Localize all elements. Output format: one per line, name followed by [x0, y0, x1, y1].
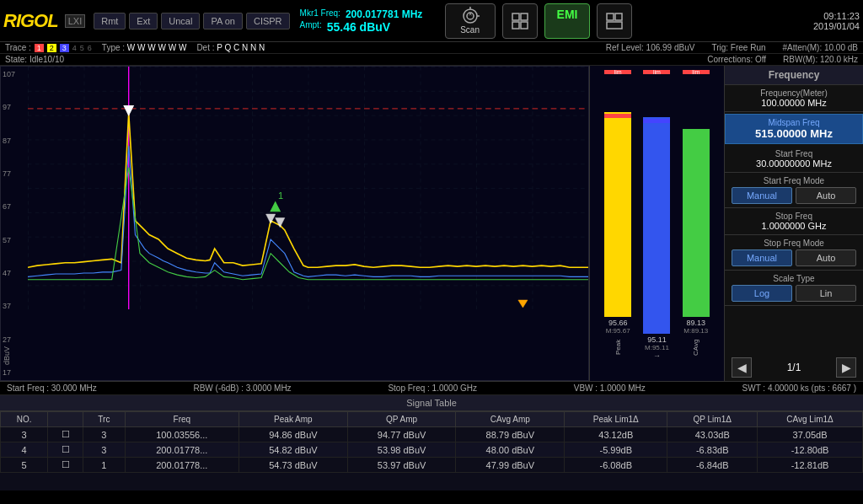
emi-label: EMI [557, 8, 578, 21]
table-row: 4☐3200.01778...54.82 dBuV53.98 dBuV48.00… [1, 442, 863, 458]
cell-5: 53.98 dBuV [347, 442, 456, 458]
cell-5: 94.77 dBuV [347, 427, 456, 442]
panel-nav: ◀ 1/1 ▶ [725, 354, 863, 381]
mkr-ampt-value: 55.46 dBuV [327, 20, 390, 34]
cell-9: -12.80dB [758, 442, 863, 458]
trace-6: 6 [88, 44, 92, 52]
stop-freq-value: 1.0000000 GHz [732, 221, 856, 231]
nav-prev[interactable]: ◀ [732, 357, 752, 378]
y-87: 87 [3, 137, 26, 145]
rbw-info: RBW(M): 120.0 kHz [783, 55, 858, 64]
scan-icon [461, 7, 480, 25]
scale-label: Scale Type [732, 274, 856, 283]
mode-paon[interactable]: PA on [203, 13, 243, 29]
emi-button[interactable]: EMI [544, 3, 591, 39]
mkr-ampt-label: Ampt: [300, 20, 322, 34]
type-label: Type : [102, 43, 127, 52]
type-vals: W W W W W W [127, 43, 187, 52]
bar1-peak-label: Peak [614, 335, 622, 360]
cell-4: 94.86 dBuV [239, 427, 348, 442]
stop-mode-label: Stop Freq Mode [732, 239, 856, 248]
mode-ext[interactable]: Ext [129, 13, 158, 29]
y-107: 107 [3, 70, 26, 78]
bar3-cavg-label: CAvg [692, 335, 700, 360]
trace-1: 1 [35, 44, 44, 52]
det-row: Det : P Q C N N N [196, 43, 265, 52]
scale-section: Scale Type Log Lin [725, 271, 863, 306]
corrections: Corrections: Off [707, 55, 766, 64]
marker-info: Mkr1 Freq: 200.017781 MHz Ampt: 55.46 dB… [300, 8, 435, 34]
col-cavg-lim: CAvg Lim1Δ [758, 412, 863, 427]
table-row: 5☐1200.01778...54.73 dBuV53.97 dBuV47.99… [1, 458, 863, 473]
mode-cispr[interactable]: CISPR [246, 13, 290, 29]
rbw-footer: RBW (-6dB) : 3.0000 MHz [193, 383, 291, 393]
ref-level: Ref Level: 106.99 dBuV [606, 43, 695, 52]
scale-log[interactable]: Log [732, 285, 792, 302]
mode-uncal[interactable]: Uncal [161, 13, 200, 29]
layout-btn[interactable] [597, 3, 632, 39]
start-mode-buttons: Manual Auto [732, 187, 856, 204]
trace-3: 3 [60, 44, 69, 52]
grid-display-btn[interactable] [502, 3, 538, 39]
scan-button[interactable]: Scan [445, 3, 496, 39]
stop-mode-manual[interactable]: Manual [732, 249, 792, 266]
cell-2: 3 [83, 427, 125, 442]
trig-info: Trig: Free Run [711, 43, 765, 52]
nav-next[interactable]: ▶ [836, 357, 856, 378]
y-27: 27 [3, 335, 26, 344]
cell-0: 3 [1, 427, 48, 442]
chart-svg: 1 [28, 67, 588, 309]
cell-4: 54.82 dBuV [239, 442, 348, 458]
y-77: 77 [3, 169, 26, 178]
y-axis: 107 97 87 77 67 57 47 37 27 17 [1, 67, 28, 380]
midspan-section: Midspan Freq 515.00000 MHz [725, 114, 863, 144]
stop-mode-auto[interactable]: Auto [796, 249, 856, 266]
midspan-value: 515.00000 MHz [732, 127, 855, 140]
signal-table-container: Signal Table NO. Trc Freq Peak Amp QP Am… [0, 395, 863, 491]
det-label: Det : [196, 43, 217, 52]
table-header-row: NO. Trc Freq Peak Amp QP Amp CAvg Amp Pe… [1, 412, 863, 427]
bar2-mval: M:95.11 [645, 344, 669, 351]
start-mode-auto[interactable]: Auto [796, 187, 856, 204]
trace-info: Trace : 1 2 3 4 5 6 Type : W W W W W W D… [5, 43, 265, 52]
bar1-mval: M:95.67 [606, 327, 630, 335]
col-trc: Trc [83, 412, 125, 427]
bar-chart-container: lim 95.66 M:95.67 Peak lim 95.11 [590, 66, 724, 381]
atten-info: #Atten(M): 10.00 dB [783, 43, 859, 52]
start-mode-manual[interactable]: Manual [732, 187, 792, 204]
time-display: 09:11:23 [823, 11, 860, 21]
svg-rect-4 [512, 13, 519, 20]
top-bar: RIGOL LXI Rmt Ext Uncal PA on CISPR Mkr1… [0, 0, 863, 42]
freq-footer: Start Freq : 30.000 MHz RBW (-6dB) : 3.0… [0, 382, 863, 395]
stop-freq-footer: Stop Freq : 1.0000 GHz [388, 383, 477, 393]
start-freq-footer: Start Freq : 30.000 MHz [7, 383, 97, 393]
cell-7: -5.99dB [565, 442, 667, 458]
state-info: State: Idle10/10 [5, 55, 64, 64]
bar2-arrow: → [653, 351, 661, 360]
cell-4: 54.73 dBuV [239, 458, 348, 473]
scale-lin[interactable]: Lin [796, 285, 856, 302]
bar1-fill [604, 112, 631, 317]
svg-point-0 [464, 9, 477, 23]
layout-icon [605, 12, 624, 30]
frequency-meter-section: Frequency(Meter) 100.00000 MHz [725, 85, 863, 112]
table-header: NO. Trc Freq Peak Amp QP Amp CAvg Amp Pe… [1, 412, 863, 427]
y-47: 47 [3, 269, 26, 277]
start-freq-label: Start Freq [732, 149, 856, 158]
vbw-footer: VBW : 1.0000 MHz [574, 383, 646, 393]
frequency-title: Frequency [769, 69, 820, 81]
col-freq: Freq [125, 412, 239, 427]
scan-label: Scan [460, 25, 480, 35]
main-area: 107 97 87 77 67 57 47 37 27 17 dBuV [0, 66, 863, 381]
bar1-lim-label: lim [604, 70, 631, 74]
mode-rmt[interactable]: Rmt [94, 13, 126, 29]
cell-7: -6.08dB [565, 458, 667, 473]
col-qp-lim: QP Lim1Δ [667, 412, 758, 427]
trace-2: 2 [47, 44, 56, 52]
col-no: NO. [1, 412, 48, 427]
y-unit-label: dBuV [3, 346, 11, 365]
trace-label: Trace : [5, 43, 31, 52]
table-row: 3☐3100.03556...94.86 dBuV94.77 dBuV88.79… [1, 427, 863, 442]
svg-rect-14 [28, 67, 588, 309]
freq-meter-label: Frequency(Meter) [732, 88, 856, 98]
